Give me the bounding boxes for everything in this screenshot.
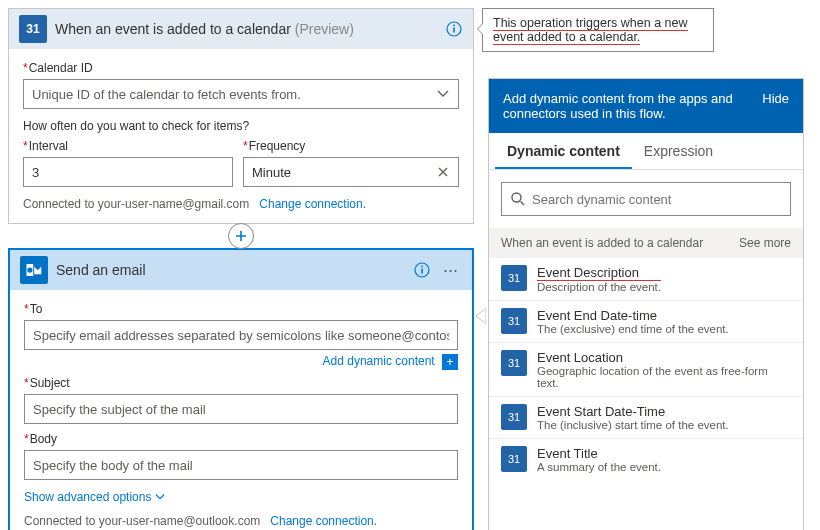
calendar-icon: 31 <box>501 350 527 376</box>
interval-label: Interval <box>23 139 233 153</box>
outlook-icon <box>20 256 48 284</box>
chevron-down-icon[interactable] <box>428 80 458 108</box>
dynamic-content-panel: Add dynamic content from the apps and co… <box>488 78 804 530</box>
dynamic-item-desc: A summary of the event. <box>537 461 661 473</box>
action-header[interactable]: Send an email ··· <box>10 250 472 290</box>
clear-icon[interactable] <box>428 158 458 186</box>
to-label: To <box>24 302 458 316</box>
svg-rect-6 <box>421 269 423 274</box>
more-button[interactable]: ··· <box>439 260 462 281</box>
calendar-id-label: Calendar ID <box>23 61 459 75</box>
see-more-link[interactable]: See more <box>739 236 791 250</box>
hide-button[interactable]: Hide <box>762 91 789 121</box>
dynamic-item-title: Event Start Date-Time <box>537 404 729 419</box>
info-tooltip: This operation triggers when a new event… <box>482 8 714 52</box>
how-often-label: How often do you want to check for items… <box>23 119 459 133</box>
panel-tabs: Dynamic content Expression <box>489 133 803 170</box>
dynamic-item[interactable]: 31Event End Date-timeThe (exclusive) end… <box>489 300 803 342</box>
calendar-icon: 31 <box>501 265 527 291</box>
trigger-card: 31 When an event is added to a calendar … <box>8 8 474 224</box>
dynamic-item-desc: The (exclusive) end time of the event. <box>537 323 729 335</box>
dynamic-item[interactable]: 31Event Start Date-TimeThe (inclusive) s… <box>489 396 803 438</box>
frequency-label: Frequency <box>243 139 459 153</box>
subject-field[interactable] <box>24 394 458 424</box>
advanced-options-link[interactable]: Show advanced options <box>24 490 165 504</box>
search-field[interactable] <box>501 182 791 216</box>
panel-header: Add dynamic content from the apps and co… <box>489 79 803 133</box>
body-input[interactable] <box>25 458 457 473</box>
trigger-title: When an event is added to a calendar (Pr… <box>55 21 437 37</box>
frequency-field[interactable] <box>243 157 459 187</box>
dynamic-item[interactable]: 31Event TitleA summary of the event. <box>489 438 803 480</box>
calendar-icon: 31 <box>501 308 527 334</box>
search-icon <box>510 191 526 207</box>
frequency-input[interactable] <box>244 165 428 180</box>
calendar-id-input[interactable] <box>24 87 428 102</box>
svg-point-8 <box>512 193 521 202</box>
calendar-icon: 31 <box>501 404 527 430</box>
dynamic-item-title: Event Description <box>537 265 661 281</box>
trigger-header[interactable]: 31 When an event is added to a calendar … <box>9 9 473 49</box>
body-label: Body <box>24 432 458 446</box>
action-title: Send an email <box>56 262 405 278</box>
info-icon[interactable] <box>445 20 463 38</box>
change-connection-link[interactable]: Change connection. <box>259 197 366 211</box>
body-field[interactable] <box>24 450 458 480</box>
calendar-icon: 31 <box>501 446 527 472</box>
tab-dynamic-content[interactable]: Dynamic content <box>495 133 632 169</box>
dynamic-section-header: When an event is added to a calendar See… <box>489 228 803 258</box>
info-icon[interactable] <box>413 261 431 279</box>
search-input[interactable] <box>532 192 782 207</box>
to-field[interactable] <box>24 320 458 350</box>
svg-point-4 <box>27 267 32 272</box>
subject-label: Subject <box>24 376 458 390</box>
add-step-button[interactable] <box>228 223 254 249</box>
dynamic-items-list: 31Event DescriptionDescription of the ev… <box>489 258 803 480</box>
calendar-id-field[interactable] <box>23 79 459 109</box>
dynamic-item-desc: Geographic location of the event as free… <box>537 365 791 389</box>
action-footnote: Connected to your-user-name@outlook.com … <box>24 514 458 528</box>
svg-rect-7 <box>421 266 423 268</box>
subject-input[interactable] <box>25 402 457 417</box>
interval-field[interactable] <box>23 157 233 187</box>
dynamic-item[interactable]: 31Event DescriptionDescription of the ev… <box>489 258 803 300</box>
interval-input[interactable] <box>24 165 232 180</box>
svg-rect-1 <box>453 28 455 33</box>
tab-expression[interactable]: Expression <box>632 133 725 169</box>
action-card: Send an email ··· To Add dynamic content… <box>8 248 474 530</box>
panel-pointer-icon <box>476 308 486 324</box>
dynamic-item-title: Event Title <box>537 446 661 461</box>
add-dynamic-content-link[interactable]: Add dynamic content <box>323 354 435 368</box>
dynamic-item[interactable]: 31Event LocationGeographic location of t… <box>489 342 803 396</box>
to-input[interactable] <box>25 328 457 343</box>
dynamic-item-title: Event Location <box>537 350 791 365</box>
add-dynamic-plus-icon[interactable]: + <box>442 354 458 370</box>
calendar-icon: 31 <box>19 15 47 43</box>
dynamic-item-title: Event End Date-time <box>537 308 729 323</box>
svg-rect-2 <box>453 25 455 27</box>
dynamic-item-desc: The (inclusive) start time of the event. <box>537 419 729 431</box>
trigger-footnote: Connected to your-user-name@gmail.com Ch… <box>23 197 459 211</box>
change-connection-link[interactable]: Change connection. <box>270 514 377 528</box>
dynamic-item-desc: Description of the event. <box>537 281 661 293</box>
